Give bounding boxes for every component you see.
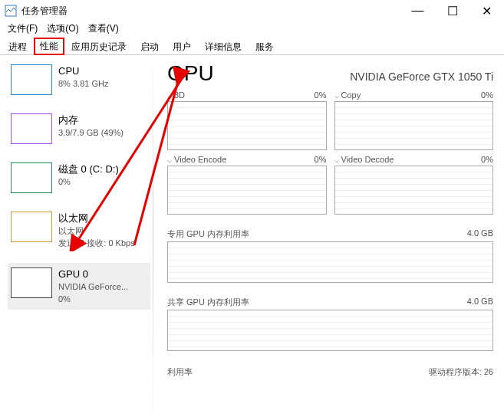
memory-thumb-icon <box>11 113 52 144</box>
dedicated-gpu-section: 专用 GPU 内存利用率4.0 GB <box>167 228 493 283</box>
tab-startup[interactable]: 启动 <box>133 38 166 55</box>
tab-users[interactable]: 用户 <box>166 38 198 55</box>
ethernet-thumb-icon <box>11 212 52 242</box>
window-title: 任务管理器 <box>21 5 400 18</box>
bottom-right-val: 26 <box>484 367 493 376</box>
maximize-button[interactable]: ☐ <box>435 0 469 21</box>
chart-3d[interactable]: 3D0% <box>167 90 327 150</box>
gpu-thumb-icon <box>11 267 52 298</box>
shared-label: 共享 GPU 内存利用率 <box>167 297 249 308</box>
gpu-model: NVIDIA GeForce GTX 1050 Ti <box>350 71 493 83</box>
disk-thumb-icon <box>11 162 52 193</box>
chart-decode-label: Video Decode <box>334 155 394 164</box>
tab-details[interactable]: 详细信息 <box>198 38 249 55</box>
shared-gpu-section: 共享 GPU 内存利用率4.0 GB <box>167 297 493 351</box>
sidebar-item-cpu[interactable]: CPU 8% 3.81 GHz <box>8 60 150 100</box>
dedicated-right: 4.0 GB <box>467 228 493 240</box>
chart-decode-pct: 0% <box>481 155 493 164</box>
tab-performance[interactable]: 性能 <box>34 38 64 55</box>
menu-bar: 文件(F) 选项(O) 查看(V) <box>0 21 504 37</box>
chart-copy-label: Copy <box>334 90 361 100</box>
gpu-label: GPU 0 <box>58 267 128 281</box>
tab-app-history[interactable]: 应用历史记录 <box>64 38 133 55</box>
chart-encode-pct: 0% <box>315 155 327 164</box>
sidebar: CPU 8% 3.81 GHz 内存 3.9/7.9 GB (49%) 磁盘 0… <box>0 55 153 420</box>
app-icon <box>5 5 17 17</box>
chart-3d-label: 3D <box>167 90 185 100</box>
title-bar: 任务管理器 — ☐ ✕ <box>0 0 504 21</box>
dedicated-label: 专用 GPU 内存利用率 <box>167 228 249 240</box>
bottom-right-label: 驱动程序版本: <box>429 367 482 376</box>
close-button[interactable]: ✕ <box>469 0 504 21</box>
cpu-label: CPU <box>58 64 108 78</box>
chart-copy[interactable]: Copy0% <box>334 90 494 150</box>
shared-right: 4.0 GB <box>467 297 493 308</box>
dedicated-graph <box>167 241 493 283</box>
chart-decode-graph <box>334 166 494 215</box>
chart-video-encode[interactable]: Video Encode0% <box>167 155 327 215</box>
bottom-stats: 利用率 驱动程序版本: 26 <box>167 366 493 378</box>
sidebar-item-disk[interactable]: 磁盘 0 (C: D:) 0% <box>8 158 150 198</box>
tab-processes[interactable]: 进程 <box>2 38 34 55</box>
chart-encode-label: Video Encode <box>167 155 226 164</box>
ethernet-sub1: 以太网 <box>58 225 135 237</box>
chart-copy-pct: 0% <box>481 90 493 100</box>
memory-label: 内存 <box>58 113 124 127</box>
sidebar-item-ethernet[interactable]: 以太网 以太网 发送: 0 接收: 0 Kbps <box>8 207 150 254</box>
memory-sub: 3.9/7.9 GB (49%) <box>58 127 124 139</box>
cpu-thumb-icon <box>11 64 52 95</box>
ethernet-label: 以太网 <box>58 212 135 225</box>
tabs: 进程 性能 应用历史记录 启动 用户 详细信息 服务 <box>0 37 504 55</box>
chart-3d-graph <box>167 101 327 150</box>
menu-file[interactable]: 文件(F) <box>3 21 42 37</box>
menu-options[interactable]: 选项(O) <box>42 21 83 37</box>
gpu-sub2: 0% <box>58 294 128 305</box>
disk-sub: 0% <box>58 176 119 188</box>
chart-encode-graph <box>167 166 327 215</box>
sidebar-item-gpu[interactable]: GPU 0 NVIDIA GeForce... 0% <box>8 263 150 310</box>
cpu-sub: 8% 3.81 GHz <box>58 78 108 90</box>
menu-view[interactable]: 查看(V) <box>84 21 124 37</box>
minimize-button[interactable]: — <box>400 0 435 21</box>
disk-label: 磁盘 0 (C: D:) <box>58 162 119 176</box>
shared-graph <box>167 310 493 351</box>
chart-copy-graph <box>334 101 494 150</box>
tab-services[interactable]: 服务 <box>249 38 281 55</box>
chart-3d-pct: 0% <box>315 90 327 100</box>
sidebar-item-memory[interactable]: 内存 3.9/7.9 GB (49%) <box>8 109 150 149</box>
ethernet-sub2: 发送: 0 接收: 0 Kbps <box>58 238 135 249</box>
chart-video-decode[interactable]: Video Decode0% <box>334 155 494 215</box>
gpu-title: GPU <box>167 61 214 86</box>
gpu-sub1: NVIDIA GeForce... <box>58 281 128 293</box>
main-panel: GPU NVIDIA GeForce GTX 1050 Ti 3D0% Copy… <box>153 55 504 420</box>
bottom-left: 利用率 <box>167 366 193 378</box>
